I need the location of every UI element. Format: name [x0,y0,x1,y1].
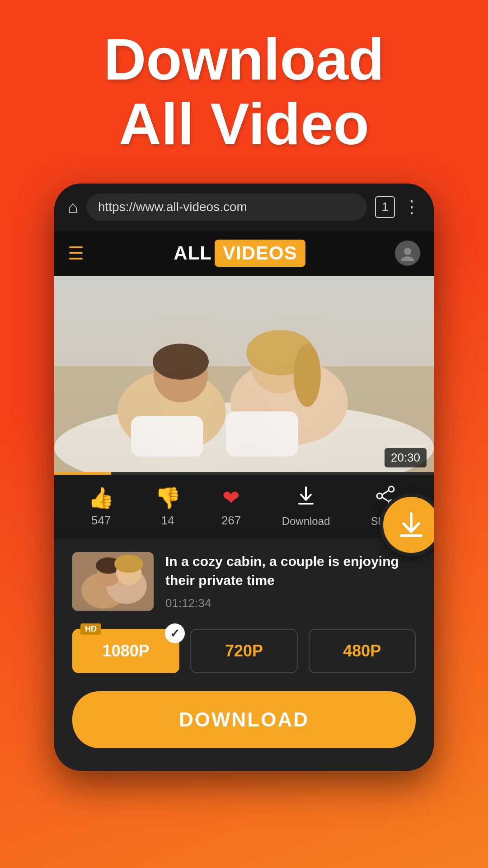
phone-mockup: ⌂ https://www.all-videos.com 1 ⋮ ☰ ALL V… [54,184,434,771]
quality-1080p-button[interactable]: HD 1080P ✓ [72,629,179,673]
like-count: 547 [91,514,111,528]
svg-point-11 [294,344,321,407]
action-bar: 👍 547 👎 14 ❤ 267 Download [54,475,434,538]
svg-point-1 [401,256,414,261]
hd-badge: HD [80,623,101,635]
video-info-row: In a cozy cabin, a couple is enjoying th… [72,552,416,611]
svg-point-16 [377,493,382,499]
like-action[interactable]: 👍 547 [88,486,114,528]
download-button-label: DOWNLOAD [179,708,309,731]
video-duration: 20:30 [385,448,427,467]
home-icon[interactable]: ⌂ [68,198,78,217]
download-label: Download [282,515,330,528]
svg-line-19 [382,497,389,501]
download-panel: In a cozy cabin, a couple is enjoying th… [54,538,434,771]
quality-1080p-label: 1080P [103,642,150,660]
video-time: 01:12:34 [165,596,416,610]
video-title: In a cozy cabin, a couple is enjoying th… [165,552,416,590]
svg-rect-14 [298,503,314,505]
hero-title-line1: Download [103,26,384,92]
like-icon: 👍 [88,486,114,510]
download-action[interactable]: Download [282,486,330,528]
hero-title: Download All Video [103,27,384,156]
video-thumbnail [72,552,154,611]
heart-count: 267 [221,514,241,528]
browser-bar: ⌂ https://www.all-videos.com 1 ⋮ [54,184,434,231]
hamburger-icon[interactable]: ☰ [68,243,84,264]
svg-point-15 [389,486,394,492]
heart-icon: ❤ [222,486,240,510]
download-button[interactable]: DOWNLOAD [72,691,416,748]
url-text: https://www.all-videos.com [98,200,247,214]
quality-480p-label: 480P [343,642,381,660]
dislike-count: 14 [161,514,174,528]
tab-count: 1 [381,200,389,214]
browser-menu-icon[interactable]: ⋮ [403,197,420,217]
video-player[interactable]: ▶ 20:30 [54,276,434,475]
hero-title-line2: All Video [119,91,369,157]
download-icon [296,486,316,511]
quality-options: HD 1080P ✓ 720P 480P [72,629,416,673]
quality-720p-label: 720P [225,642,263,660]
dislike-action[interactable]: 👎 14 [155,486,181,528]
svg-point-27 [114,555,143,573]
svg-rect-3 [54,276,434,366]
svg-point-0 [404,248,411,255]
svg-line-18 [382,491,389,495]
floating-download-inner [395,509,427,541]
check-badge: ✓ [165,623,185,643]
video-meta: In a cozy cabin, a couple is enjoying th… [165,552,416,610]
profile-icon[interactable] [395,241,420,266]
quality-720p-button[interactable]: 720P [190,629,297,673]
logo-videos: VIDEOS [215,240,305,267]
heart-action[interactable]: ❤ 267 [221,486,241,528]
url-bar[interactable]: https://www.all-videos.com [86,193,367,221]
dislike-icon: 👎 [155,486,181,510]
svg-rect-12 [226,411,298,457]
app-header: ☰ ALL VIDEOS [54,231,434,276]
quality-480p-button[interactable]: 480P [309,629,416,673]
svg-rect-13 [131,416,203,457]
tab-indicator[interactable]: 1 [375,196,395,218]
svg-rect-20 [400,534,422,537]
app-logo: ALL VIDEOS [174,240,305,267]
svg-point-7 [153,344,209,380]
logo-all: ALL [174,242,212,264]
